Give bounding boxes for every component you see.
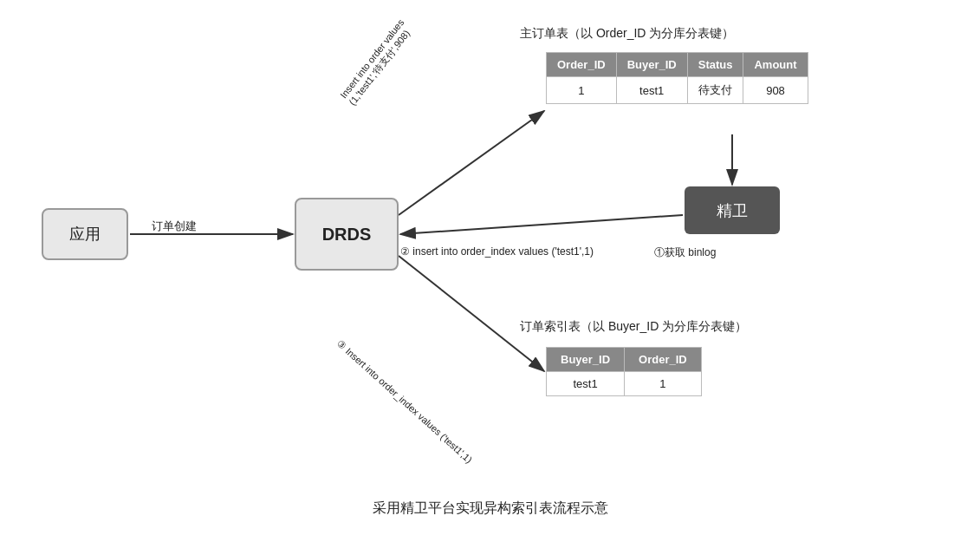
- drds-box: DRDS: [295, 198, 399, 271]
- index-cell-buyerid: test1: [547, 372, 625, 396]
- caption: 采用精卫平台实现异构索引表流程示意: [373, 500, 608, 518]
- jingwei-box: 精卫: [685, 186, 780, 234]
- app-label: 应用: [69, 224, 101, 245]
- order-create-label: 订单创建: [152, 219, 197, 234]
- label-step2: ② insert into order_index values ('test1…: [400, 245, 594, 258]
- main-cell-status: 待支付: [687, 77, 743, 104]
- svg-line-4: [400, 215, 683, 234]
- index-table-row: test1 1: [547, 372, 702, 396]
- main-col-orderid: Order_ID: [547, 53, 617, 77]
- main-col-amount: Amount: [743, 53, 808, 77]
- main-cell-orderid: 1: [547, 77, 617, 104]
- index-table-title: 订单索引表（以 Buyer_ID 为分库分表键）: [520, 319, 747, 335]
- main-col-buyerid: Buyer_ID: [616, 53, 687, 77]
- index-table: Buyer_ID Order_ID test1 1: [546, 347, 702, 396]
- main-table-row: 1 test1 待支付 908: [547, 77, 808, 104]
- drds-label: DRDS: [322, 225, 372, 245]
- jingwei-label: 精卫: [717, 200, 748, 221]
- main-table-title: 主订单表（以 Order_ID 为分库分表键）: [520, 26, 734, 42]
- main-order-table: Order_ID Buyer_ID Status Amount 1 test1 …: [546, 52, 808, 104]
- main-cell-buyerid: test1: [616, 77, 687, 104]
- index-cell-orderid: 1: [625, 372, 702, 396]
- index-col-orderid: Order_ID: [625, 348, 702, 372]
- index-col-buyerid: Buyer_ID: [547, 348, 625, 372]
- arrows-svg: [0, 0, 980, 542]
- app-box: 应用: [42, 208, 128, 260]
- main-cell-amount: 908: [743, 77, 808, 104]
- main-col-status: Status: [687, 53, 743, 77]
- svg-line-3: [399, 111, 544, 215]
- label-step3: ③ Insert into order_index values ('test1…: [334, 338, 474, 466]
- svg-line-6: [399, 256, 544, 371]
- label-insert-main: Insert into order values (1,'test1','待支付…: [338, 17, 416, 108]
- label-binlog: ①获取 binlog: [654, 245, 716, 260]
- diagram-container: 应用 订单创建 DRDS 精卫 主订单表（以 Order_ID 为分库分表键） …: [0, 0, 980, 542]
